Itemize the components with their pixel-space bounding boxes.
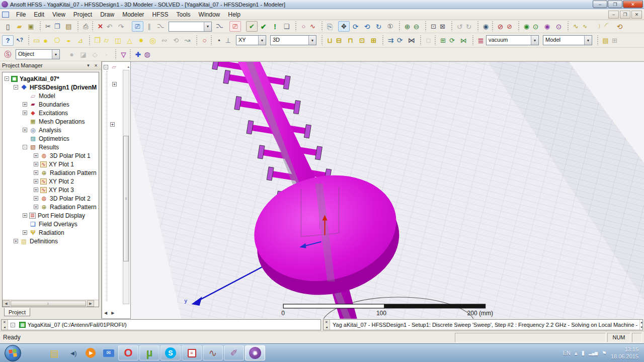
draw-cylinder-icon[interactable]: ⌭	[101, 35, 112, 46]
scroll-left-icon[interactable]: ◀	[104, 311, 107, 315]
expand-toggle-icon[interactable]: -	[11, 323, 15, 327]
analyze-all-icon[interactable]: ✔	[258, 21, 269, 32]
solve-setup-icon[interactable]: ⎚	[132, 21, 143, 32]
expand-toggle-icon[interactable]: +	[23, 102, 27, 107]
zoom-out-icon[interactable]: ⊖	[411, 21, 422, 32]
validate-icon[interactable]: ✔	[246, 21, 258, 32]
submit-job-icon[interactable]: !	[269, 21, 281, 32]
scrollbar-thumb[interactable]: ≡	[11, 301, 86, 306]
help-topics-icon[interactable]: ?	[2, 35, 14, 46]
minimize-button[interactable]: –	[593, 1, 607, 8]
start-button[interactable]	[5, 345, 21, 361]
draw-box-icon[interactable]: ❒	[89, 35, 101, 46]
tree-item-3d-polar-plot-1[interactable]: + ◍ 3D Polar Plot 1	[3, 151, 99, 160]
chevron-down-icon[interactable]: ▼	[204, 22, 211, 31]
create-region-icon[interactable]: ○	[196, 35, 208, 46]
menu-project[interactable]: Project	[69, 10, 96, 19]
print-icon[interactable]: ⎙	[77, 21, 89, 32]
select-object-icon[interactable]: ●	[66, 49, 77, 60]
expand-toggle-icon[interactable]: +	[34, 162, 38, 166]
measure-position-icon[interactable]: ∿	[568, 21, 579, 32]
rotate-model-icon[interactable]: ⟳	[350, 21, 361, 32]
fit-all-icon[interactable]: ⊡	[425, 21, 437, 32]
tree-item-radiation-pattern-2[interactable]: + ⊕ Radiation Pattern 2	[3, 203, 99, 211]
taskbar-spline-tool[interactable]: ∿	[203, 345, 223, 360]
optimetrics-results-icon[interactable]: ○	[295, 21, 307, 32]
bool-intersect-icon[interactable]: ⊓	[345, 35, 356, 46]
select-edge-icon[interactable]: ◇	[89, 49, 101, 60]
mdi-child-icon[interactable]	[2, 12, 9, 18]
tree-item-excitations[interactable]: + ◆ Excitations	[3, 109, 99, 117]
expand-toggle-icon[interactable]: -	[23, 145, 27, 149]
save-icon[interactable]: ▣	[25, 21, 37, 32]
chevron-down-icon[interactable]: ▼	[531, 36, 538, 45]
menu-hfss[interactable]: HFSS	[148, 10, 173, 19]
select-vertex-icon[interactable]: ∙	[101, 49, 112, 60]
scroll-up-icon[interactable]: ▲	[640, 321, 642, 324]
hide-faces-icon[interactable]: ⊘	[504, 21, 515, 32]
expand-toggle-icon[interactable]: +	[34, 196, 38, 201]
3d-viewport[interactable]: y 0 100 200 (mm)	[131, 61, 644, 319]
expand-toggle-icon[interactable]: +	[14, 239, 18, 243]
radiation-sphere-icon[interactable]: ◍	[141, 49, 153, 60]
draw-polygon-icon[interactable]: ⎔	[51, 35, 63, 46]
draw-sweep-icon[interactable]: ⊿	[74, 35, 86, 46]
solve-profile-icon[interactable]: ⌥	[155, 21, 167, 32]
expand-toggle-icon[interactable]: +	[34, 179, 38, 184]
tree-item-xy-plot-2[interactable]: + ∿ XY Plot 2	[3, 177, 99, 186]
draw-spiral-icon[interactable]: ⟲	[170, 35, 182, 46]
measure-length-icon[interactable]: ∿	[579, 21, 591, 32]
panel-menu-icon[interactable]: ▼	[85, 63, 92, 68]
measure-angle-icon[interactable]: ⌒	[600, 19, 616, 34]
rotate-copy-icon[interactable]: ⟳	[446, 35, 458, 46]
move-copy-icon[interactable]: ⊞	[435, 35, 446, 46]
menu-modeler[interactable]: Modeler	[118, 10, 148, 19]
clock[interactable]: 13:15 18.06.2015	[611, 346, 638, 360]
expand-toggle-icon[interactable]: +	[112, 82, 117, 86]
bool-unite-icon[interactable]: ⊔	[321, 35, 333, 46]
rotate-screen-icon[interactable]: ↻	[373, 21, 384, 32]
mirror-copy-icon[interactable]: ⋈	[458, 35, 469, 46]
scroll-right-icon[interactable]: ▶	[87, 300, 94, 307]
panel-close-icon[interactable]: ✕	[93, 63, 99, 68]
surface-options-icon[interactable]: ▤	[597, 35, 609, 46]
delete-icon[interactable]: ✕	[92, 21, 104, 32]
size-combo[interactable]: ▼	[169, 22, 212, 32]
fit-selection-icon[interactable]: ⊠	[437, 21, 448, 32]
draw-bondwire-icon[interactable]: ↝	[182, 35, 193, 46]
network-icon[interactable]: ▂▄▆	[589, 351, 598, 355]
taskbar-explorer[interactable]: ▤	[46, 345, 63, 360]
create-report-icon[interactable]: ∿	[307, 21, 318, 32]
model-combo[interactable]: Model ▼	[543, 35, 592, 45]
copy-icon[interactable]: ❐	[51, 21, 63, 32]
taskbar-opera[interactable]: O	[118, 345, 138, 360]
taskbar-utorrent[interactable]: µ	[139, 345, 159, 360]
tree-item-3d-polar-plot-2[interactable]: + ◍ 3D Polar Plot 2	[3, 194, 99, 203]
expand-toggle-icon[interactable]: +	[110, 122, 115, 127]
tree-item-boundaries[interactable]: + ▰ Boundaries	[3, 100, 99, 109]
port-monitor-icon[interactable]: ⎚	[229, 21, 241, 32]
zoom-in-icon[interactable]: ⊕	[399, 21, 411, 32]
tree-item-analysis[interactable]: + ◎ Analysis	[3, 126, 99, 134]
chevron-down-icon[interactable]: ▼	[308, 36, 316, 45]
tree-horizontal-scrollbar[interactable]: ◀ ≡ ▶	[3, 300, 99, 307]
child-minimize-button[interactable]: –	[608, 11, 619, 19]
show-selection-alt-icon[interactable]: ◉	[541, 21, 553, 32]
dock-pin-icon[interactable]: ◂	[4, 325, 6, 329]
draw-torus-icon[interactable]: ◎	[147, 35, 158, 46]
zoom-context-icon[interactable]: ①	[384, 21, 396, 32]
rotate-axis-icon[interactable]: ⟲	[361, 21, 373, 32]
tree-item-port-field-display[interactable]: + ▥ Port Field Display	[3, 211, 99, 220]
tree-item-radiation[interactable]: + Ψ Radiation	[3, 228, 99, 237]
scroll-right-icon[interactable]: ▶	[111, 311, 114, 315]
model-display-icon[interactable]: ⊞	[609, 35, 620, 46]
tree-item-xy-plot-3[interactable]: + ∿ XY Plot 3	[3, 186, 99, 194]
taskbar-skype[interactable]: S	[160, 345, 181, 360]
draw-sphere-icon[interactable]: ●	[135, 35, 147, 46]
open-folder-icon[interactable]: ▰	[14, 21, 25, 32]
draw-plane-icon[interactable]: ⊥	[222, 35, 234, 46]
draw-point-icon[interactable]: •	[211, 35, 222, 46]
context-help-icon[interactable]: ↖?	[14, 35, 25, 46]
bool-split-icon[interactable]: ⊡	[356, 35, 368, 46]
menu-file[interactable]: File	[12, 10, 30, 19]
